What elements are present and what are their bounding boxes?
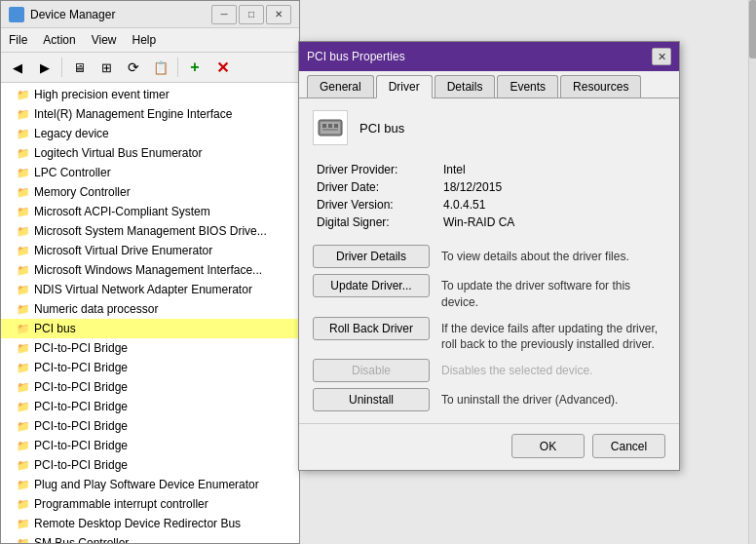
driver-details-btn[interactable]: Driver Details [313,245,430,268]
dm-controls: ─ □ ✕ [211,5,291,24]
svg-rect-4 [334,124,338,128]
dm-maximize-btn[interactable]: □ [239,5,264,24]
uninstall-driver-desc: To uninstall the driver (Advanced). [441,388,665,408]
tree-item[interactable]: 📁High precision event timer [1,85,299,104]
dm-toolbar: ◀ ▶ 🖥 ⊞ ⟳ 📋 + ✕ [1,53,299,83]
update-driver-desc: To update the driver software for this d… [441,274,665,311]
toolbar-sep-2 [177,58,178,77]
device-manager-window: Device Manager ─ □ ✕ File Action View He… [0,0,300,544]
tree-item[interactable]: 📁PCI-to-PCI Bridge [1,377,299,397]
driver-signer-value: Win-RAID CA [439,214,665,231]
driver-info-table: Driver Provider: Intel Driver Date: 18/1… [313,161,665,231]
dm-tree: 📁High precision event timer 📁Intel(R) Ma… [1,83,299,543]
tree-item[interactable]: 📁PCI-to-PCI Bridge [1,436,299,455]
driver-version-row: Driver Version: 4.0.4.51 [313,196,665,214]
driver-provider-row: Driver Provider: Intel [313,161,665,178]
tree-item[interactable]: 📁PCI-to-PCI Bridge [1,455,299,475]
tree-item[interactable]: 📁Intel(R) Management Engine Interface [1,104,299,124]
svg-rect-5 [322,129,338,131]
driver-date-value: 18/12/2015 [439,178,665,196]
dm-menubar: File Action View Help [1,28,299,53]
tree-item[interactable]: 📁Programmable interrupt controller [1,494,299,514]
driver-date-label: Driver Date: [313,178,439,196]
tree-item[interactable]: 📁PCI-to-PCI Bridge [1,358,299,377]
uninstall-driver-btn[interactable]: Uninstall [313,388,430,411]
tree-item[interactable]: 📁Microsoft ACPI-Compliant System [1,202,299,221]
driver-details-desc: To view details about the driver files. [441,245,665,265]
tree-item[interactable]: 📁Remote Desktop Device Redirector Bus [1,514,299,533]
dialog-title-text: PCI bus Properties [307,50,405,63]
tree-item[interactable]: 📁SM Bus Controller [1,533,299,543]
driver-details-row: Driver Details To view details about the… [313,245,665,268]
driver-signer-row: Digital Signer: Win-RAID CA [313,214,665,231]
tree-item[interactable]: 📁Microsoft System Management BIOS Drive.… [1,221,299,241]
dialog-tabs: General Driver Details Events Resources [299,71,679,98]
toolbar-delete-btn[interactable]: ✕ [209,56,235,79]
dialog-footer: OK Cancel [299,423,679,470]
driver-buttons-section: Driver Details To view details about the… [313,245,665,411]
toolbar-properties-btn[interactable]: 📋 [148,56,173,79]
dialog-ok-btn[interactable]: OK [511,434,585,458]
svg-rect-3 [328,124,332,128]
menu-help[interactable]: Help [125,30,165,50]
driver-provider-value: Intel [439,161,665,178]
dm-minimize-btn[interactable]: ─ [211,5,237,24]
uninstall-driver-row: Uninstall To uninstall the driver (Advan… [313,388,665,411]
tab-details[interactable]: Details [435,75,496,97]
menu-view[interactable]: View [84,30,125,50]
disable-driver-row: Disable Disables the selected device. [313,359,665,382]
device-name-label: PCI bus [359,121,404,136]
disable-driver-btn[interactable]: Disable [313,359,430,382]
tab-resources[interactable]: Resources [560,75,641,97]
dm-close-btn[interactable]: ✕ [266,5,291,24]
rollback-driver-btn[interactable]: Roll Back Driver [313,317,430,340]
tree-item[interactable]: 📁Numeric data processor [1,299,299,319]
device-icon [313,110,348,145]
tree-item[interactable]: 📁Logitech Virtual Bus Enumerator [1,143,299,163]
tree-item[interactable]: 📁PCI-to-PCI Bridge [1,397,299,416]
tree-item-pci-bus[interactable]: 📁PCI bus [1,319,299,338]
toolbar-refresh-btn[interactable]: ⟳ [121,56,146,79]
menu-action[interactable]: Action [35,30,83,50]
driver-date-row: Driver Date: 18/12/2015 [313,178,665,196]
toolbar-forward-btn[interactable]: ▶ [32,56,57,79]
tree-item[interactable]: 📁Microsoft Virtual Drive Enumerator [1,241,299,260]
dm-title-text: Device Manager [30,8,115,21]
tree-item-memory-controller[interactable]: 📁Memory Controller [1,182,299,202]
driver-version-value: 4.0.4.51 [439,196,665,214]
toolbar-back-btn[interactable]: ◀ [5,56,30,79]
driver-signer-label: Digital Signer: [313,214,439,231]
dialog-titlebar: PCI bus Properties ✕ [299,42,679,71]
dm-title-left: Device Manager [9,7,115,22]
disable-driver-desc: Disables the selected device. [441,359,665,379]
toolbar-grid-btn[interactable]: ⊞ [94,56,119,79]
menu-file[interactable]: File [1,30,35,50]
driver-version-label: Driver Version: [313,196,439,214]
tab-events[interactable]: Events [497,75,558,97]
tree-item[interactable]: 📁PCI-to-PCI Bridge [1,338,299,358]
dm-titlebar: Device Manager ─ □ ✕ [1,1,299,28]
tree-item[interactable]: 📁Plug and Play Software Device Enumerato… [1,475,299,494]
tree-item[interactable]: 📁LPC Controller [1,163,299,182]
pci-bus-icon [317,114,344,141]
device-header: PCI bus [313,110,665,145]
update-driver-btn[interactable]: Update Driver... [313,274,430,297]
rollback-driver-row: Roll Back Driver If the device fails aft… [313,317,665,354]
dm-app-icon [9,7,24,22]
driver-provider-label: Driver Provider: [313,161,439,178]
tree-item[interactable]: 📁PCI-to-PCI Bridge [1,416,299,436]
toolbar-computer-btn[interactable]: 🖥 [66,56,92,79]
dialog-close-btn[interactable]: ✕ [652,48,671,65]
tree-item[interactable]: 📁Legacy device [1,124,299,143]
update-driver-row: Update Driver... To update the driver so… [313,274,665,311]
scrollbar-thumb[interactable] [749,0,756,58]
tab-driver[interactable]: Driver [376,75,433,98]
svg-rect-2 [322,124,326,128]
pci-bus-properties-dialog: PCI bus Properties ✕ General Driver Deta… [298,41,680,471]
tab-general[interactable]: General [307,75,374,97]
tree-item[interactable]: 📁Microsoft Windows Management Interface.… [1,260,299,280]
toolbar-add-btn[interactable]: + [182,56,208,79]
scrollbar-track[interactable] [748,0,756,544]
dialog-cancel-btn[interactable]: Cancel [592,434,665,458]
tree-item[interactable]: 📁NDIS Virtual Network Adapter Enumerator [1,280,299,299]
